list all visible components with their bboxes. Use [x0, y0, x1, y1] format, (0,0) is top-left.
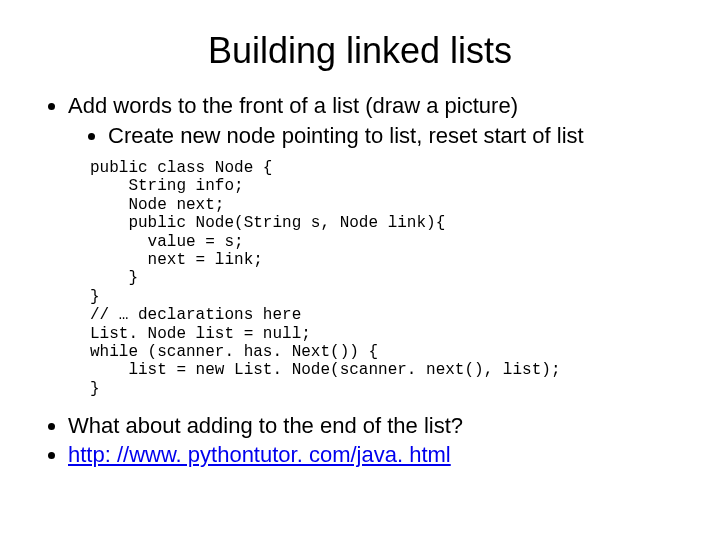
- bullet-item-3: http: //www. pythontutor. com/java. html: [68, 441, 680, 470]
- slide-container: Building linked lists Add words to the f…: [0, 0, 720, 489]
- bullet-text-2: What about adding to the end of the list…: [68, 413, 463, 438]
- bullet-text-1: Add words to the front of a list (draw a…: [68, 93, 518, 118]
- bullet-list-top: Add words to the front of a list (draw a…: [40, 92, 680, 149]
- bullet-list-bottom: What about adding to the end of the list…: [40, 412, 680, 469]
- code-block: public class Node { String info; Node ne…: [90, 159, 680, 398]
- bullet-item-1: Add words to the front of a list (draw a…: [68, 92, 680, 149]
- bullet-sublist: Create new node pointing to list, reset …: [68, 122, 680, 150]
- tutor-link[interactable]: http: //www. pythontutor. com/java. html: [68, 442, 451, 467]
- bullet-subitem-1: Create new node pointing to list, reset …: [108, 122, 680, 150]
- slide-title: Building linked lists: [40, 30, 680, 72]
- bullet-item-2: What about adding to the end of the list…: [68, 412, 680, 441]
- bullet-subtext-1: Create new node pointing to list, reset …: [108, 123, 584, 148]
